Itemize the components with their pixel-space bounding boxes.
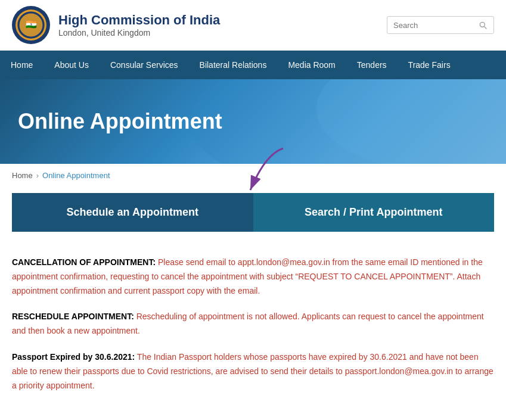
main-nav: Home About Us Consular Services Bilatera… <box>0 51 506 79</box>
passport-label: Passport Expired by 30.6.2021: <box>12 352 135 362</box>
svg-text:🇮🇳: 🇮🇳 <box>26 18 37 30</box>
search-box[interactable] <box>387 16 494 34</box>
action-buttons-container: Schedule an Appointment Search / Print A… <box>0 193 506 232</box>
cancellation-email[interactable]: appt.london@mea.gov.in <box>238 257 330 267</box>
banner-title: Online Appointment <box>18 109 222 134</box>
nav-about[interactable]: About Us <box>44 51 100 79</box>
header-left: 🇮🇳 High Commission of India London, Unit… <box>12 6 220 44</box>
passport-email[interactable]: passport.london@mea.gov.in <box>345 366 453 376</box>
breadcrumb-separator: › <box>36 171 39 180</box>
passport-section: Passport Expired by 30.6.2021: The India… <box>12 350 494 393</box>
nav-media[interactable]: Media Room <box>277 51 346 79</box>
nav-tenders[interactable]: Tenders <box>346 51 398 79</box>
cancellation-label: CANCELLATION OF APPOINTMENT: <box>12 257 156 267</box>
nav-consular[interactable]: Consular Services <box>100 51 189 79</box>
site-title: High Commission of India <box>58 13 220 28</box>
reschedule-section: RESCHEDULE APPOINTMENT: Rescheduling of … <box>12 310 494 338</box>
header: 🇮🇳 High Commission of India London, Unit… <box>0 0 506 51</box>
logo: 🇮🇳 <box>12 6 50 44</box>
breadcrumb-home[interactable]: Home <box>12 171 33 180</box>
site-subtitle: London, United Kingdom <box>58 28 220 38</box>
content-area: CANCELLATION OF APPOINTMENT: Please send… <box>0 244 506 420</box>
reschedule-label: RESCHEDULE APPOINTMENT: <box>12 312 134 321</box>
banner: Online Appointment <box>0 79 506 164</box>
breadcrumb: Home › Online Appointment <box>0 164 506 187</box>
action-buttons: Schedule an Appointment Search / Print A… <box>12 193 494 232</box>
schedule-appointment-button[interactable]: Schedule an Appointment <box>12 193 253 232</box>
nav-home[interactable]: Home <box>0 51 44 79</box>
search-input[interactable] <box>393 21 478 30</box>
cancellation-section: CANCELLATION OF APPOINTMENT: Please send… <box>12 256 494 298</box>
nav-bilateral[interactable]: Bilateral Relations <box>189 51 278 79</box>
nav-trade[interactable]: Trade Fairs <box>398 51 461 79</box>
breadcrumb-current: Online Appointment <box>42 171 110 180</box>
search-icon <box>478 20 488 30</box>
header-title: High Commission of India London, United … <box>58 13 220 38</box>
search-print-button[interactable]: Search / Print Appointment <box>253 193 495 232</box>
